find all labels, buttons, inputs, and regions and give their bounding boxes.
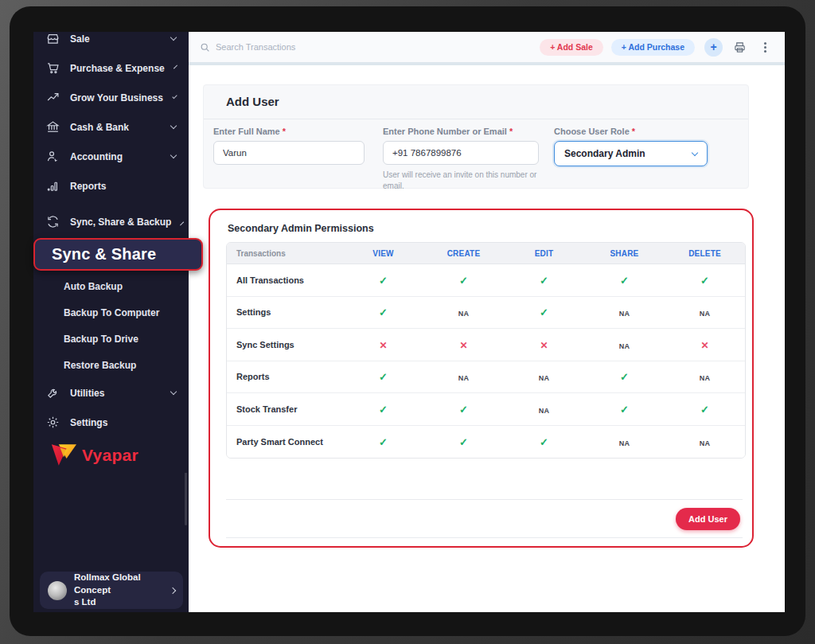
permission-cell: ✓ (665, 402, 745, 416)
sidebar-item-sync-share-backup[interactable]: Sync, Share & Backup (33, 207, 189, 236)
chevron-down-icon (174, 64, 177, 68)
add-user-submit-button[interactable]: Add User (676, 508, 740, 530)
add-sale-button[interactable]: + Add Sale (540, 39, 603, 56)
sidebar-nav: SalePurchase & ExpenseGrow Your Business… (33, 24, 189, 437)
sidebar-item-utilities[interactable]: Utilities (33, 378, 189, 408)
sidebar-item-reports[interactable]: Reports (33, 171, 189, 201)
permission-cell: ✓ (584, 273, 665, 287)
permission-cell: ✕ (343, 338, 423, 352)
permission-cell: NA (665, 369, 745, 384)
sidebar-item-label: Sync, Share & Backup (70, 217, 171, 228)
permissions-header-row: TransactionsVIEWCREATEEDITSHAREDELETE (227, 243, 745, 264)
na-text: NA (539, 407, 550, 415)
chevron-down-icon (170, 34, 177, 41)
permission-cell: ✓ (665, 273, 745, 287)
sidebar-item-accounting[interactable]: Accounting (33, 142, 189, 171)
sidebar-item-label: Cash & Bank (70, 122, 161, 133)
permission-row-label: Stock Transfer (227, 404, 343, 414)
search-bar[interactable] (200, 42, 540, 53)
check-icon: ✓ (379, 404, 388, 416)
permission-row-sync-settings: Sync Settings✕✕✕NA✕ (227, 329, 745, 361)
na-text: NA (619, 342, 630, 350)
column-header-transactions: Transactions (227, 249, 343, 258)
sidebar-item-restore-backup[interactable]: Restore Backup (33, 352, 189, 378)
cross-icon: ✕ (379, 340, 387, 351)
na-text: NA (458, 374, 470, 382)
check-icon: ✓ (379, 306, 388, 318)
permission-row-label: Reports (227, 372, 343, 381)
check-icon: ✓ (540, 436, 548, 448)
permission-cell: NA (423, 369, 504, 384)
permission-row-label: All Transactions (227, 275, 343, 285)
chevron-down-icon (172, 94, 177, 99)
column-header-share: SHARE (584, 249, 665, 258)
sidebar-item-auto-backup[interactable]: Auto Backup (33, 273, 189, 299)
quick-add-button[interactable]: + (704, 38, 723, 57)
contact-helper-text: User will receive an invite on this numb… (383, 170, 539, 192)
chevron-down-icon (170, 152, 177, 158)
contact-input[interactable] (383, 141, 539, 165)
permission-cell: ✕ (423, 338, 504, 352)
permission-row-stock-transfer: Stock Transfer✓✓NA✓✓ (227, 393, 745, 426)
company-switcher[interactable]: Rollmax Global Concept s Ltd (40, 572, 183, 609)
sidebar-item-label: Purchase & Expense (70, 63, 165, 74)
more-options-button[interactable] (756, 38, 774, 56)
content-area: Add User Enter Full Name * Enter Phone N… (189, 65, 785, 612)
sidebar-item-sync-share-active[interactable]: Sync & Share (33, 238, 203, 271)
app-logo-text: Vyapar (82, 446, 138, 465)
permission-cell: ✓ (504, 305, 584, 319)
permission-cell: ✓ (423, 435, 504, 449)
check-icon: ✓ (700, 404, 709, 416)
permission-row-party-smart-connect: Party Smart Connect✓✓✓NANA (227, 426, 745, 459)
na-text: NA (619, 310, 630, 318)
check-icon: ✓ (459, 436, 468, 448)
permission-cell: NA (504, 402, 584, 416)
full-name-field: Enter Full Name * (213, 127, 365, 165)
sidebar-item-backup-to-computer[interactable]: Backup To Computer (33, 299, 189, 326)
form-divider (204, 119, 748, 119)
sync-icon (46, 215, 60, 228)
permission-cell: NA (584, 305, 665, 319)
sidebar-item-purchase-expense[interactable]: Purchase & Expense (33, 53, 189, 83)
full-name-input[interactable] (213, 141, 365, 165)
contact-label: Enter Phone Number or Email * (383, 127, 539, 136)
permission-cell: NA (665, 305, 745, 319)
store-icon (46, 32, 60, 45)
permission-cell: ✓ (343, 305, 423, 319)
contact-label-text: Enter Phone Number or Email (383, 127, 507, 136)
permissions-highlight-outline: Secondary Admin Permissions Transactions… (209, 209, 754, 548)
permission-row-all-transactions: All Transactions✓✓✓✓✓ (227, 264, 745, 297)
sidebar-item-sale[interactable]: Sale (33, 24, 189, 53)
check-icon: ✓ (379, 371, 388, 383)
sidebar-item-settings[interactable]: Settings (33, 408, 189, 437)
permission-cell: ✕ (504, 338, 584, 352)
chevron-down-icon (170, 388, 177, 395)
company-name-line2: s Ltd (74, 597, 96, 607)
full-name-label-text: Enter Full Name (213, 127, 280, 136)
sidebar-item-cash-bank[interactable]: Cash & Bank (33, 112, 189, 142)
permission-cell: ✓ (504, 435, 584, 449)
accountant-icon (46, 150, 60, 163)
permission-row-settings: Settings✓NA✓NANA (227, 297, 745, 330)
permission-cell: NA (665, 435, 745, 449)
chevron-up-icon (180, 221, 184, 225)
check-icon: ✓ (620, 371, 629, 383)
cart-icon (46, 61, 60, 75)
reports-icon (46, 179, 60, 193)
footer-divider (226, 499, 743, 500)
permission-row-label: Sync Settings (227, 340, 343, 349)
company-name: Rollmax Global Concept s Ltd (74, 572, 163, 609)
check-icon: ✓ (459, 275, 468, 287)
sidebar-item-backup-to-drive[interactable]: Backup To Drive (33, 326, 189, 352)
cross-icon: ✕ (700, 340, 708, 351)
column-header-delete: DELETE (665, 249, 745, 258)
permission-row-label: Party Smart Connect (227, 437, 343, 447)
na-text: NA (700, 374, 711, 382)
required-asterisk: * (509, 127, 513, 136)
role-select[interactable]: Secondary Admin (554, 141, 708, 166)
add-purchase-button[interactable]: + Add Purchase (611, 39, 695, 56)
print-button[interactable] (731, 38, 748, 56)
permission-cell: ✓ (343, 435, 423, 449)
search-input[interactable] (216, 42, 375, 52)
sidebar-item-grow-your-business[interactable]: Grow Your Business (33, 83, 189, 112)
